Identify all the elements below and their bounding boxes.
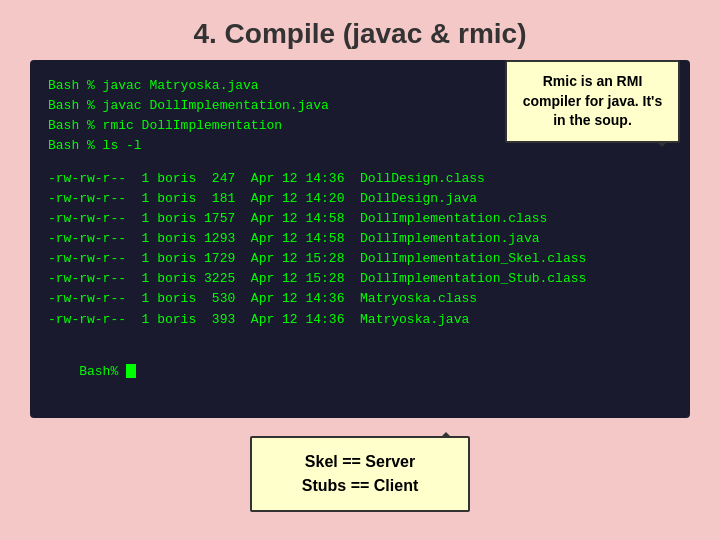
ls-row-0: -rw-rw-r-- 1 boris 247 Apr 12 14:36 Doll… xyxy=(48,169,672,189)
tooltip-skel-line1: Skel == Server xyxy=(270,450,450,474)
ls-row-1: -rw-rw-r-- 1 boris 181 Apr 12 14:20 Doll… xyxy=(48,189,672,209)
tooltip-skel: Skel == Server Stubs == Client xyxy=(250,436,470,512)
tooltip-rmic: Rmic is an RMI compiler for java. It's i… xyxy=(505,60,680,143)
terminal-cursor xyxy=(126,364,136,378)
ls-row-3: -rw-rw-r-- 1 boris 1293 Apr 12 14:58 Dol… xyxy=(48,229,672,249)
ls-row-4: -rw-rw-r-- 1 boris 1729 Apr 12 15:28 Dol… xyxy=(48,249,672,269)
ls-row-6: -rw-rw-r-- 1 boris 530 Apr 12 14:36 Matr… xyxy=(48,289,672,309)
ls-row-5: -rw-rw-r-- 1 boris 3225 Apr 12 15:28 Dol… xyxy=(48,269,672,289)
terminal-prompt: Bash% xyxy=(48,342,672,402)
tooltip-skel-line2: Stubs == Client xyxy=(270,474,450,498)
ls-row-2: -rw-rw-r-- 1 boris 1757 Apr 12 14:58 Dol… xyxy=(48,209,672,229)
page-title: 4. Compile (javac & rmic) xyxy=(0,0,720,60)
ls-row-7: -rw-rw-r-- 1 boris 393 Apr 12 14:36 Matr… xyxy=(48,310,672,330)
